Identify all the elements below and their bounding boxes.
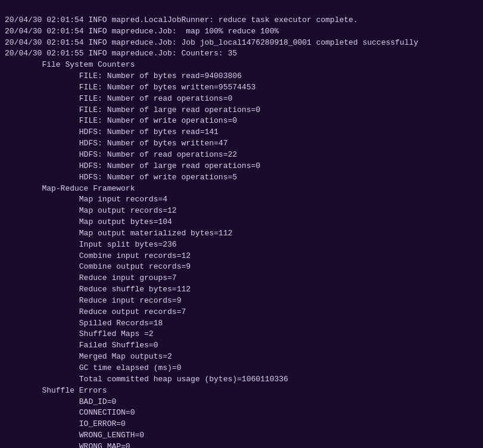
terminal-line: Shuffled Maps =2	[5, 329, 478, 340]
terminal-line: HDFS: Number of write operations=5	[5, 172, 478, 183]
terminal-line: 20/04/30 02:01:54 INFO mapred.LocalJobRu…	[5, 15, 478, 26]
terminal-line: Reduce input groups=7	[5, 273, 478, 284]
terminal-line: Map-Reduce Framework	[5, 183, 478, 195]
terminal-line: 20/04/30 02:01:54 INFO mapreduce.Job: Jo…	[5, 38, 478, 49]
terminal-line: BAD_ID=0	[5, 397, 478, 408]
terminal-line: FILE: Number of write operations=0	[5, 116, 478, 127]
terminal-line: Reduce output records=7	[5, 307, 478, 318]
terminal-line: Merged Map outputs=2	[5, 351, 478, 363]
terminal-line: FILE: Number of large read operations=0	[5, 105, 478, 116]
terminal-line: Input split bytes=236	[5, 239, 478, 251]
terminal-line: CONNECTION=0	[5, 407, 478, 419]
terminal-line: HDFS: Number of large read operations=0	[5, 161, 478, 172]
terminal-line: Map output bytes=104	[5, 217, 478, 228]
terminal-line: Reduce input records=9	[5, 295, 478, 307]
terminal-line: 20/04/30 02:01:55 INFO mapreduce.Job: Co…	[5, 48, 478, 60]
terminal-line: Map input records=4	[5, 194, 478, 206]
terminal-line: HDFS: Number of read operations=22	[5, 150, 478, 161]
terminal-line: Map output records=12	[5, 206, 478, 217]
terminal-line: 20/04/30 02:01:54 INFO mapreduce.Job: ma…	[5, 26, 478, 38]
terminal-line: HDFS: Number of bytes read=141	[5, 127, 478, 138]
terminal-line: Failed Shuffles=0	[5, 340, 478, 351]
terminal-line: Combine input records=12	[5, 251, 478, 262]
terminal-line: Spilled Records=18	[5, 318, 478, 329]
terminal-line: File System Counters	[5, 60, 478, 71]
terminal-line: Combine output records=9	[5, 262, 478, 273]
terminal-line: WRONG_MAP=0	[5, 441, 478, 448]
terminal-line: Reduce shuffle bytes=112	[5, 284, 478, 295]
terminal-line: HDFS: Number of bytes written=47	[5, 138, 478, 150]
terminal-line: FILE: Number of read operations=0	[5, 94, 478, 105]
terminal-line: Shuffle Errors	[5, 385, 478, 397]
terminal-line: IO_ERROR=0	[5, 419, 478, 430]
terminal-line: FILE: Number of bytes read=94003806	[5, 71, 478, 82]
terminal-line: GC time elapsed (ms)=0	[5, 363, 478, 374]
terminal-line: FILE: Number of bytes written=95574453	[5, 82, 478, 94]
terminal-line: WRONG_LENGTH=0	[5, 430, 478, 441]
terminal-line: Map output materialized bytes=112	[5, 228, 478, 239]
terminal-line: Total committed heap usage (bytes)=10601…	[5, 374, 478, 385]
terminal-output: 20/04/30 02:01:54 INFO mapred.LocalJobRu…	[5, 4, 478, 448]
